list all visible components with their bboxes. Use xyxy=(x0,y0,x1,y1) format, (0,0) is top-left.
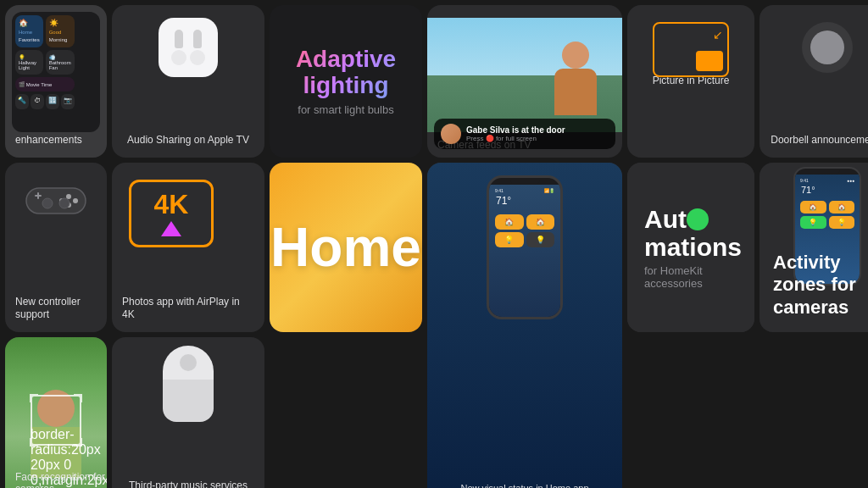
music-services-label: Third-party music services xyxy=(129,480,248,488)
svg-point-9 xyxy=(59,198,70,208)
card-controller: New controller support xyxy=(5,163,107,332)
doorbell-label: Doorbell announcements xyxy=(770,134,868,147)
card-4k-photos: 4K Photos app with AirPlay in 4K xyxy=(112,163,264,332)
homepod-mock xyxy=(163,346,214,422)
card-home: Home xyxy=(270,163,422,332)
automations-title: Autmations xyxy=(644,205,742,261)
airpods-mock xyxy=(154,14,222,81)
adaptive-subtitle: for smart light bulbs xyxy=(298,103,393,116)
doorbell-icon xyxy=(802,22,853,73)
pip-icon: ↙ xyxy=(653,22,729,77)
card-audio-sharing: Audio Sharing on Apple TV xyxy=(112,5,264,158)
4k-triangle xyxy=(161,221,181,236)
face-recognition-label: Face recognition for cameras xyxy=(15,471,107,488)
svg-rect-7 xyxy=(37,192,39,199)
card-home-app-visual: 9:41 📶🔋 71° 🏠 🏠 💡 💡 New visual status in… xyxy=(427,163,622,488)
svg-point-2 xyxy=(66,194,71,199)
home-title: Home xyxy=(270,216,421,279)
controller-label: New controller support xyxy=(15,296,97,322)
activity-title: Activity zones for cameras xyxy=(773,252,868,319)
card-doorbell: Doorbell announcements xyxy=(760,5,868,158)
controller-svg-icon xyxy=(22,180,90,222)
card-control-center: 🏠 Home Favorites ☀️ Good Morning 💡 Hallw… xyxy=(5,5,107,158)
camera-press-hint: Press 🔴 for full screen xyxy=(466,135,565,142)
audio-sharing-label: Audio Sharing on Apple TV xyxy=(122,134,254,147)
card-automations: Autmations for HomeKit accessories xyxy=(627,163,754,332)
doorbell-circle xyxy=(810,30,844,64)
camera-avatar xyxy=(441,124,461,144)
card-camera-feeds: Gabe Silva is at the door Press 🔴 for fu… xyxy=(427,5,622,158)
svg-point-8 xyxy=(42,198,53,208)
photos-4k-label: Photos app with AirPlay in 4K xyxy=(122,296,254,322)
visual-status-label: New visual status in Home app xyxy=(434,480,615,488)
automations-subtitle: for HomeKit accessories xyxy=(644,264,737,290)
card-picture-in-picture: ↙ Picture in Picture xyxy=(627,5,754,158)
adaptive-title: Adaptivelighting xyxy=(296,47,396,99)
face-photo-bg: border-radius:20px 20px 0 0;margin:2px a… xyxy=(5,337,107,488)
camera-notification: Gabe Silva is at the door Press 🔴 for fu… xyxy=(434,119,615,149)
control-center-mock: 🏠 Home Favorites ☀️ Good Morning 💡 Hallw… xyxy=(12,12,100,132)
camera-image xyxy=(427,18,622,132)
camera-person-name: Gabe Silva is at the door xyxy=(466,125,565,135)
card-music-services: Third-party music services xyxy=(112,337,264,488)
card-face-recognition: border-radius:20px 20px 0 0;margin:2px a… xyxy=(5,337,107,488)
svg-point-3 xyxy=(73,198,78,203)
4k-badge: 4K xyxy=(129,180,214,247)
card-adaptive-lighting: Adaptivelighting for smart light bulbs xyxy=(270,5,422,158)
4k-text: 4K xyxy=(154,191,189,218)
feature-grid: 🏠 Home Favorites ☀️ Good Morning 💡 Hallw… xyxy=(0,0,868,488)
